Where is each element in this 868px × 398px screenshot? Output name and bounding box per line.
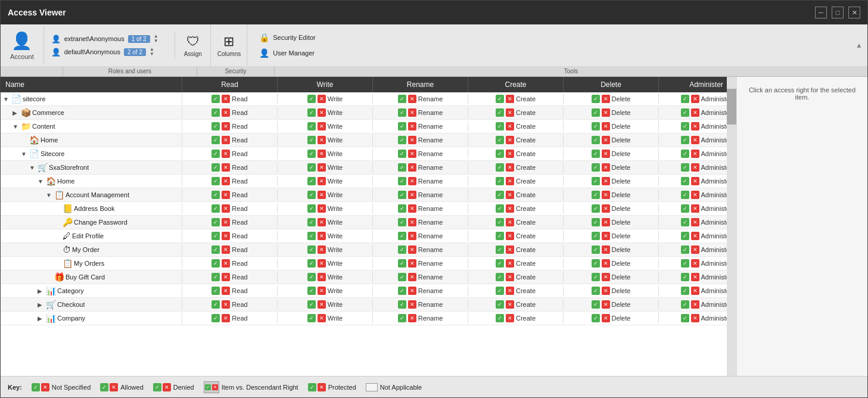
expand-button[interactable]: ▼ xyxy=(38,178,45,185)
cell-perm-write[interactable]: ✓✕Write xyxy=(278,135,373,145)
cell-perm-create[interactable]: ✓✕Create xyxy=(468,121,564,132)
cell-perm-read[interactable]: ✓✕Read xyxy=(182,231,278,241)
minimize-button[interactable]: ─ xyxy=(815,7,827,18)
cell-perm-write[interactable]: ✓✕Write xyxy=(278,299,373,310)
cell-perm-rename[interactable]: ✓✕Rename xyxy=(373,313,468,324)
cell-perm-read[interactable]: ✓✕Read xyxy=(182,258,278,269)
cell-perm-read[interactable]: ✓✕Read xyxy=(182,162,278,173)
cell-perm-read[interactable]: ✓✕Read xyxy=(182,313,278,324)
table-row[interactable]: ▼📄Sitecore✓✕Read✓✕Write✓✕Rename✓✕Create✓… xyxy=(1,147,727,161)
tree-table[interactable]: Name Read Write Rename Create Delete Adm… xyxy=(1,77,727,376)
role1-arrows[interactable]: ▲ ▼ xyxy=(154,34,158,43)
cell-perm-delete[interactable]: ✓✕Delete xyxy=(564,121,659,132)
security-editor-button[interactable]: 🔒 Security Editor xyxy=(257,32,318,43)
cell-perm-read[interactable]: ✓✕Read xyxy=(182,107,278,118)
cell-perm-create[interactable]: ✓✕Create xyxy=(468,272,564,282)
vertical-scrollbar[interactable] xyxy=(727,77,736,376)
table-row[interactable]: ▼📁Content✓✕Read✓✕Write✓✕Rename✓✕Create✓✕… xyxy=(1,120,727,133)
user-manager-button[interactable]: 👤 User Manager xyxy=(257,47,318,59)
cell-perm-create[interactable]: ✓✕Create xyxy=(468,231,564,241)
scroll-up-arrow[interactable]: ▲ xyxy=(855,41,863,49)
role2-arrows[interactable]: ▲ ▼ xyxy=(150,47,154,57)
table-row[interactable]: ▶🛒Checkout✓✕Read✓✕Write✓✕Rename✓✕Create✓… xyxy=(1,298,727,312)
table-row[interactable]: ▶📊Company✓✕Read✓✕Write✓✕Rename✓✕Create✓✕… xyxy=(1,312,727,325)
table-row[interactable]: 📒Address Book✓✕Read✓✕Write✓✕Rename✓✕Crea… xyxy=(1,202,727,216)
table-row[interactable]: ▼🛒SxaStorefront✓✕Read✓✕Write✓✕Rename✓✕Cr… xyxy=(1,161,727,175)
cell-perm-rename[interactable]: ✓✕Rename xyxy=(373,258,468,269)
close-button[interactable]: ✕ xyxy=(848,7,860,18)
cell-perm-write[interactable]: ✓✕Write xyxy=(278,231,373,241)
cell-perm-administer[interactable]: ✓✕Administer xyxy=(659,258,727,269)
scrollbar-thumb[interactable] xyxy=(727,89,736,125)
cell-perm-rename[interactable]: ✓✕Rename xyxy=(373,217,468,228)
role-item-1[interactable]: 👤 extranet\Anonymous 1 of 2 ▲ ▼ xyxy=(51,34,167,43)
cell-perm-rename[interactable]: ✓✕Rename xyxy=(373,162,468,173)
cell-perm-delete[interactable]: ✓✕Delete xyxy=(564,272,659,282)
expand-button[interactable]: ▶ xyxy=(38,315,45,322)
cell-perm-delete[interactable]: ✓✕Delete xyxy=(564,135,659,145)
cell-perm-write[interactable]: ✓✕Write xyxy=(278,176,373,186)
cell-perm-rename[interactable]: ✓✕Rename xyxy=(373,135,468,145)
cell-perm-delete[interactable]: ✓✕Delete xyxy=(564,231,659,241)
table-row[interactable]: ▼📄sitecore✓✕Read✓✕Write✓✕Rename✓✕Create✓… xyxy=(1,92,727,106)
cell-perm-write[interactable]: ✓✕Write xyxy=(278,258,373,269)
cell-perm-rename[interactable]: ✓✕Rename xyxy=(373,148,468,159)
cell-perm-read[interactable]: ✓✕Read xyxy=(182,176,278,186)
table-row[interactable]: ▶📊Category✓✕Read✓✕Write✓✕Rename✓✕Create✓… xyxy=(1,284,727,298)
cell-perm-administer[interactable]: ✓✕Administer xyxy=(659,176,727,186)
cell-perm-write[interactable]: ✓✕Write xyxy=(278,272,373,282)
cell-perm-rename[interactable]: ✓✕Rename xyxy=(373,285,468,296)
expand-button[interactable]: ▼ xyxy=(46,192,53,198)
cell-perm-write[interactable]: ✓✕Write xyxy=(278,244,373,255)
cell-perm-delete[interactable]: ✓✕Delete xyxy=(564,299,659,310)
expand-button[interactable]: ▶ xyxy=(13,110,20,116)
cell-perm-rename[interactable]: ✓✕Rename xyxy=(373,231,468,241)
cell-perm-create[interactable]: ✓✕Create xyxy=(468,162,564,173)
cell-perm-delete[interactable]: ✓✕Delete xyxy=(564,258,659,269)
cell-perm-rename[interactable]: ✓✕Rename xyxy=(373,107,468,118)
cell-perm-create[interactable]: ✓✕Create xyxy=(468,189,564,200)
cell-perm-create[interactable]: ✓✕Create xyxy=(468,203,564,214)
table-row[interactable]: 🖊Edit Profile✓✕Read✓✕Write✓✕Rename✓✕Crea… xyxy=(1,229,727,243)
assign-button[interactable]: 🛡 Assign xyxy=(175,24,211,66)
cell-perm-write[interactable]: ✓✕Write xyxy=(278,162,373,173)
cell-perm-write[interactable]: ✓✕Write xyxy=(278,121,373,132)
table-row[interactable]: 🏠Home✓✕Read✓✕Write✓✕Rename✓✕Create✓✕Dele… xyxy=(1,133,727,147)
cell-perm-read[interactable]: ✓✕Read xyxy=(182,121,278,132)
cell-perm-create[interactable]: ✓✕Create xyxy=(468,285,564,296)
cell-perm-write[interactable]: ✓✕Write xyxy=(278,203,373,214)
cell-perm-create[interactable]: ✓✕Create xyxy=(468,217,564,228)
cell-perm-read[interactable]: ✓✕Read xyxy=(182,272,278,282)
cell-perm-create[interactable]: ✓✕Create xyxy=(468,148,564,159)
cell-perm-delete[interactable]: ✓✕Delete xyxy=(564,285,659,296)
cell-perm-delete[interactable]: ✓✕Delete xyxy=(564,203,659,214)
role1-down-arrow[interactable]: ▼ xyxy=(154,39,158,43)
cell-perm-administer[interactable]: ✓✕Administer xyxy=(659,272,727,282)
cell-perm-write[interactable]: ✓✕Write xyxy=(278,189,373,200)
cell-perm-create[interactable]: ✓✕Create xyxy=(468,313,564,324)
cell-perm-rename[interactable]: ✓✕Rename xyxy=(373,121,468,132)
cell-perm-delete[interactable]: ✓✕Delete xyxy=(564,217,659,228)
role-item-2[interactable]: 👤 default\Anonymous 2 of 2 ▲ ▼ xyxy=(51,47,167,57)
expand-button[interactable]: ▼ xyxy=(13,123,20,130)
table-row[interactable]: 📋My Orders✓✕Read✓✕Write✓✕Rename✓✕Create✓… xyxy=(1,257,727,270)
cell-perm-rename[interactable]: ✓✕Rename xyxy=(373,244,468,255)
maximize-button[interactable]: □ xyxy=(832,7,844,18)
cell-perm-administer[interactable]: ✓✕Administer xyxy=(659,313,727,324)
role2-down-arrow[interactable]: ▼ xyxy=(150,52,154,57)
account-button[interactable]: 👤 Account xyxy=(1,26,44,65)
cell-perm-administer[interactable]: ✓✕Administer xyxy=(659,217,727,228)
cell-perm-administer[interactable]: ✓✕Administer xyxy=(659,285,727,296)
cell-perm-read[interactable]: ✓✕Read xyxy=(182,244,278,255)
cell-perm-write[interactable]: ✓✕Write xyxy=(278,285,373,296)
cell-perm-delete[interactable]: ✓✕Delete xyxy=(564,94,659,104)
cell-perm-delete[interactable]: ✓✕Delete xyxy=(564,162,659,173)
cell-perm-rename[interactable]: ✓✕Rename xyxy=(373,299,468,310)
cell-perm-create[interactable]: ✓✕Create xyxy=(468,244,564,255)
cell-perm-read[interactable]: ✓✕Read xyxy=(182,203,278,214)
cell-perm-create[interactable]: ✓✕Create xyxy=(468,135,564,145)
cell-perm-administer[interactable]: ✓✕Administer xyxy=(659,94,727,104)
table-row[interactable]: ⏱My Order✓✕Read✓✕Write✓✕Rename✓✕Create✓✕… xyxy=(1,243,727,257)
cell-perm-read[interactable]: ✓✕Read xyxy=(182,299,278,310)
cell-perm-administer[interactable]: ✓✕Administer xyxy=(659,121,727,132)
